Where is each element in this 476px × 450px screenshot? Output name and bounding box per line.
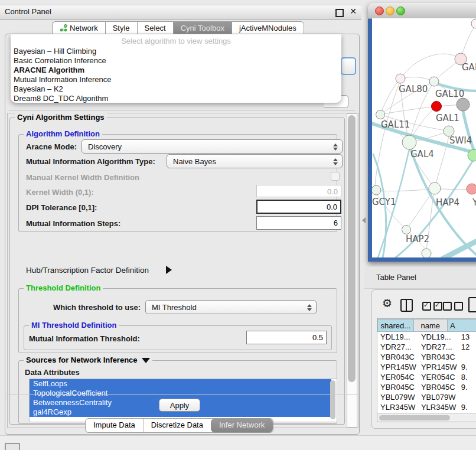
menu-item-bayesian-k2[interactable]: Bayesian – K2 [11,84,341,94]
aracne-mode-label: Aracne Mode: [26,142,77,151]
network-view-window: GAL GAL80 GAL10 GAL1 GAL11 SWI4 GAL4 HAP… [368,3,476,262]
table-panel: ⚙ shared... name A YDL19...YDL19...13 YD… [371,289,476,429]
scrollbar-thumb[interactable] [348,115,356,382]
which-threshold-select[interactable]: MI Threshold [145,300,317,314]
aracne-mode-select[interactable]: Discovery [81,139,343,154]
dpi-tolerance-input[interactable]: 0.0 [256,200,341,214]
separator-line [9,110,355,111]
mi-steps-label: Mutual Information Steps: [26,219,120,228]
minimize-traffic-light[interactable] [386,6,395,15]
table-row[interactable]: YPR145WYPR145W9. [377,362,476,372]
bottom-tabbar: Impute Data Discretize Data Infer Networ… [85,418,273,433]
node-gray[interactable] [457,98,470,111]
column-header-name[interactable]: name [414,319,448,332]
close-traffic-light[interactable] [375,6,384,15]
node-hap2[interactable] [402,226,411,234]
node-gal10[interactable] [429,77,439,86]
clear-checks-icon[interactable] [443,302,463,313]
column-header-partial[interactable]: A [448,319,476,332]
hscrollbar-thumb[interactable] [379,415,450,420]
mi-steps-input[interactable]: 6 [256,216,341,230]
table-panel-titlebar[interactable]: Table Panel [364,267,476,289]
data-attributes-label: Data Attributes [25,368,80,377]
collapse-arrow-icon[interactable] [142,358,150,363]
algorithm-dropdown-popup: Select algorithm to view settings Bayesi… [11,34,341,103]
kernel-width-input[interactable]: 0.0 [256,185,341,197]
algorithm-definition-group: Algorithm Definition Aracne Mode: Discov… [18,134,337,232]
manual-kernel-checkbox[interactable] [331,172,340,181]
close-icon[interactable]: ✕ [350,6,357,16]
network-canvas[interactable]: GAL GAL80 GAL10 GAL1 GAL11 SWI4 GAL4 HAP… [372,18,476,257]
gear-icon[interactable]: ⚙ [382,298,392,309]
group-title: Threshold Definition [24,283,103,292]
node-pink[interactable] [467,184,476,194]
menu-item-basic-correlation[interactable]: Basic Correlation Inference [11,56,341,66]
control-panel-tabs: Network Style Select Cyni Toolbox jActiv… [52,21,304,35]
divider [6,394,358,394]
select-all-checks-icon[interactable] [422,302,442,313]
node-label: GCY1 [372,197,396,207]
split-columns-icon[interactable] [400,299,413,312]
node-bottom[interactable] [422,249,431,257]
node-gal4[interactable] [402,135,416,149]
menu-item-dream8[interactable]: Dream8 DC_TDC Algorithm [11,94,341,103]
table-hscrollbar[interactable] [377,413,476,422]
table-row[interactable]: YBR043CYBR043C [377,352,476,362]
tab-network[interactable]: Network [52,21,105,35]
tab-discretize-data[interactable]: Discretize Data [144,419,211,432]
mi-type-label: Mutual Information Algorithm Type: [26,157,155,166]
new-table-icon[interactable] [468,297,476,312]
manual-kernel-label: Manual Kernel Width Definition [26,173,139,182]
table-row[interactable]: YBL079WYBL079W [377,392,476,402]
apply-button[interactable]: Apply [159,399,200,412]
collapsed-panel-handle[interactable] [5,443,20,450]
hub-definition-label: Hub/Transcription Factor Definition [26,266,149,275]
table-row[interactable]: YDR27...YDR27...12 [377,342,476,352]
menu-item-bayesian-hill-climbing[interactable]: Bayesian – Hill Climbing [11,47,341,56]
hidden-combo-fragment [341,57,356,75]
mi-threshold-input[interactable]: 0.5 [246,331,327,344]
zoom-traffic-light[interactable] [396,6,405,15]
table-row[interactable]: YER054CYER054C8. [377,372,476,382]
table-row[interactable]: YLR345WYLR345W9. [377,402,476,412]
which-threshold-label: Which threshold to use: [53,303,141,312]
menu-item-mutual-information[interactable]: Mutual Information Inference [11,75,341,84]
node-label: SWI4 [449,135,472,146]
mi-algorithm-type-select[interactable]: Naive Bayes [167,154,343,168]
settings-scrollbar[interactable] [347,113,357,428]
tab-jactivemnodules[interactable]: jActiveMNodules [232,21,304,35]
node-table[interactable]: shared... name A YDL19...YDL19...13 YDR2… [377,318,476,422]
table-row[interactable]: YDL19...YDL19...13 [377,332,476,342]
node-label: Y [472,197,476,208]
sources-group: Sources for Network Inference Data Attri… [18,360,337,424]
tab-style[interactable]: Style [105,21,137,35]
splitter-handle-icon[interactable] [362,217,366,223]
float-window-icon[interactable] [335,9,344,17]
tab-select[interactable]: Select [137,21,173,35]
control-panel-titlebar[interactable]: Control Panel ✕ [0,5,361,20]
list-scrollbar-thumb[interactable] [330,380,335,419]
node-label: GAL11 [381,119,410,130]
list-item[interactable]: TopologicalCoefficient [30,389,331,398]
node-gal80[interactable] [396,74,405,83]
list-item[interactable]: SelfLoops [30,379,331,389]
mi-threshold-definition-group: MI Threshold Definition Mutual Informati… [24,325,332,350]
stepper-arrows-icon [333,143,338,151]
bottom-strip [0,435,476,450]
node-hap4[interactable] [429,182,441,194]
group-title: Sources for Network Inference [24,356,152,364]
tab-impute-data[interactable]: Impute Data [86,419,144,432]
node-label: HAP4 [436,197,459,208]
node-gal1[interactable] [432,102,442,112]
table-row[interactable]: YBR045CYBR045C9. [377,382,476,392]
group-title: Cyni Algorithm Settings [15,113,107,122]
tab-cyni-toolbox[interactable]: Cyni Toolbox [173,21,232,35]
node-gcy1[interactable] [372,185,381,195]
menu-item-aracne[interactable]: ARACNE Algorithm [11,66,341,75]
tab-infer-network[interactable]: Infer Network [211,419,273,432]
network-window-titlebar[interactable] [368,3,476,19]
expand-arrow-icon[interactable] [166,266,172,274]
node[interactable] [471,19,476,28]
column-header-shared-name[interactable]: shared... [377,319,414,332]
node-gal11[interactable] [376,110,385,119]
